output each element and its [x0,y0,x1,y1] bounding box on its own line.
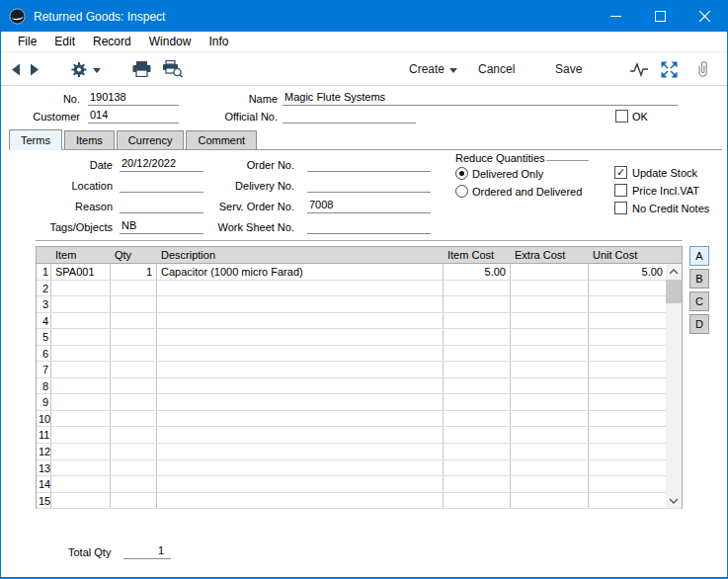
grid-cell[interactable] [51,296,111,312]
side-tab-c[interactable]: C [689,291,709,311]
grid-cell[interactable] [111,394,157,410]
grid-cell[interactable] [157,476,444,492]
grid-cell[interactable] [589,329,667,345]
official-no-field[interactable] [283,109,416,124]
grid-cell[interactable] [51,493,111,509]
grid-cell[interactable] [511,346,589,362]
grid-cell[interactable] [51,411,111,427]
grid-cell[interactable] [51,444,111,459]
grid-cell[interactable] [157,313,444,329]
grid-cell[interactable] [589,378,667,394]
print-preview-icon[interactable] [162,53,184,85]
grid-cell[interactable] [589,296,667,312]
checkbox-price-incl-vat[interactable]: ✓ [614,184,627,197]
grid-cell[interactable] [444,329,511,345]
grid-cell[interactable] [111,444,157,459]
grid-cell[interactable] [51,394,111,410]
grid-header-extra-cost[interactable]: Extra Cost [511,247,589,263]
grid-row-6[interactable]: 6 [37,346,682,363]
save-button[interactable]: Save [555,53,582,85]
grid-row-4[interactable]: 4 [37,313,682,330]
grid-cell[interactable] [511,362,589,377]
grid-cell[interactable] [111,493,157,509]
grid-header-qty[interactable]: Qty [111,247,157,263]
expand-icon[interactable] [661,53,678,85]
grid-cell[interactable]: 5.00 [444,264,511,280]
menu-item-file[interactable]: File [9,32,45,52]
grid-header-description[interactable]: Description [157,247,444,263]
grid-cell[interactable] [111,296,157,312]
grid-row-11[interactable]: 11 [37,427,682,444]
print-icon[interactable] [132,53,151,85]
grid-cell[interactable] [444,313,511,329]
grid-cell[interactable] [511,427,589,443]
checkbox-update-stock[interactable]: ✓ [614,166,627,179]
grid-cell[interactable] [51,378,111,394]
maximize-button[interactable] [638,1,683,32]
side-tab-a[interactable]: A [689,246,709,266]
grid-cell[interactable] [511,476,589,492]
grid-row-9[interactable]: 9 [37,394,682,411]
grid-row-3[interactable]: 3 [37,296,682,313]
close-button[interactable] [683,1,727,32]
grid-cell[interactable] [157,493,444,509]
grid-cell[interactable] [589,281,667,296]
grid-cell[interactable] [444,296,511,312]
operations-gear-icon[interactable] [70,53,101,85]
grid-cell[interactable] [589,476,667,492]
grid-cell[interactable] [51,346,111,362]
radio-delivered-only[interactable] [455,167,468,180]
minimize-button[interactable] [594,1,638,32]
grid-cell[interactable] [111,281,157,296]
grid-cell[interactable] [157,378,444,394]
grid-cell[interactable] [51,281,111,296]
grid-cell[interactable] [511,411,589,427]
grid-cell[interactable] [511,460,589,476]
grid-row-1[interactable]: 1SPA0011Capacitor (1000 micro Farad)5.00… [37,264,682,281]
grid-cell[interactable] [589,362,667,377]
create-button[interactable]: Create [409,53,457,85]
menu-item-info[interactable]: Info [200,32,237,52]
customer-field[interactable]: 014 [88,109,179,124]
tab-items[interactable]: Items [64,130,115,149]
grid-cell[interactable] [51,460,111,476]
tab-currency[interactable]: Currency [117,130,185,149]
grid-cell[interactable] [511,394,589,410]
grid-row-15[interactable]: 15 [37,493,682,510]
tab-terms[interactable]: Terms [9,129,62,150]
grid-cell[interactable] [51,329,111,345]
side-tab-b[interactable]: B [689,269,709,289]
grid-row-12[interactable]: 12 [37,444,682,460]
grid-cell[interactable] [511,281,589,296]
grid-cell[interactable] [589,444,667,459]
scrollbar-thumb[interactable] [666,280,682,303]
grid-cell[interactable] [444,394,511,410]
back-icon[interactable] [10,53,21,85]
grid-cell[interactable] [111,362,157,377]
grid-row-10[interactable]: 10 [37,411,682,428]
grid-cell[interactable] [157,362,444,377]
no-field[interactable]: 190138 [88,91,179,106]
grid-cell[interactable]: SPA001 [51,264,111,280]
grid-cell[interactable] [444,411,511,427]
grid-header-item[interactable]: Item [51,247,111,263]
cancel-button[interactable]: Cancel [478,53,515,85]
menu-item-edit[interactable]: Edit [45,32,84,52]
grid-cell[interactable] [511,378,589,394]
grid-cell[interactable] [111,460,157,476]
grid-cell[interactable] [589,346,667,362]
grid-cell[interactable] [511,329,589,345]
grid-cell[interactable] [111,411,157,427]
grid-cell[interactable] [589,427,667,443]
grid-cell[interactable] [589,394,667,410]
grid-cell[interactable] [157,444,444,459]
grid-cell[interactable] [589,493,667,509]
vertical-scrollbar[interactable] [666,264,682,508]
grid-cell[interactable] [111,427,157,443]
grid-cell[interactable] [444,493,511,509]
grid-row-5[interactable]: 5 [37,329,682,346]
grid-cell[interactable] [444,346,511,362]
delivery-no-field[interactable] [307,178,431,193]
grid-cell[interactable] [511,493,589,509]
grid-cell[interactable] [51,427,111,443]
